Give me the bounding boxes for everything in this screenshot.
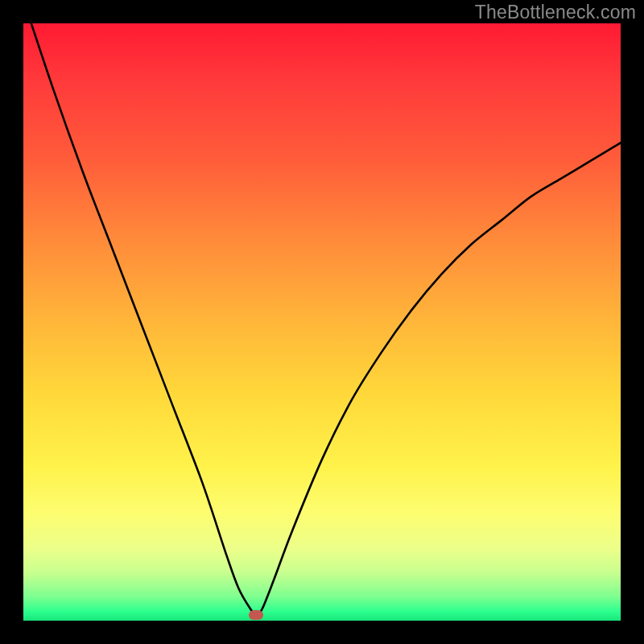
optimum-marker bbox=[249, 610, 263, 620]
bottleneck-curve bbox=[23, 23, 621, 621]
chart-frame: TheBottleneck.com bbox=[0, 0, 644, 644]
watermark-text: TheBottleneck.com bbox=[475, 2, 636, 23]
plot-area bbox=[23, 23, 621, 621]
